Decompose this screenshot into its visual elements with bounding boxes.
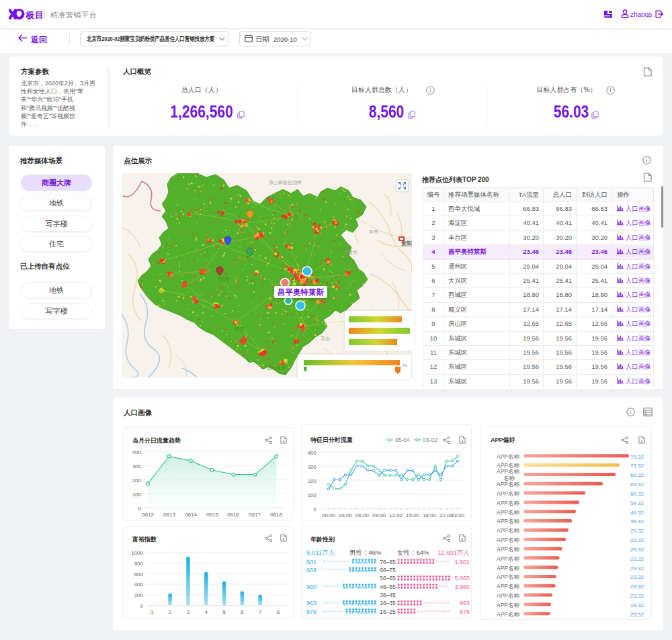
svg-text:六盘水: 六盘水 [343,250,358,255]
svg-text:876: 876 [306,608,317,615]
svg-text:1: 1 [151,609,154,615]
svg-text:APP名称: APP名称 [497,490,520,497]
svg-text:29.32: 29.32 [630,584,644,590]
svg-text:49.32: 49.32 [630,510,644,516]
svg-text:文山: 文山 [321,335,330,340]
svg-text:960: 960 [306,584,317,590]
svg-text:18:00: 18:00 [423,512,437,518]
svg-text:APP名称: APP名称 [497,574,520,580]
svg-text:男性：46%: 男性：46% [349,549,382,556]
svg-text:西双版纳: 西双版纳 [267,365,286,371]
svg-text:03:00: 03:00 [339,512,353,518]
svg-text:23.32: 23.32 [630,574,644,580]
svg-text:APP名称: APP名称 [497,546,520,553]
svg-text:300: 300 [132,463,142,469]
svg-text:1,601: 1,601 [454,559,470,565]
svg-text:23.32: 23.32 [630,537,644,543]
svg-text:16–25: 16–25 [380,608,396,615]
svg-text:APP名称: APP名称 [497,583,520,590]
svg-text:66–75: 66–75 [380,567,396,574]
svg-text:36–45: 36–45 [380,592,396,598]
svg-text:4: 4 [204,609,208,615]
svg-text:5,865: 5,865 [454,575,470,582]
svg-text:0614: 0614 [185,512,197,518]
svg-text:963: 963 [460,600,470,606]
svg-text:3,960: 3,960 [454,584,470,590]
svg-text:00:00: 00:00 [322,512,336,518]
svg-text:6,011万人: 6,011万人 [306,549,335,556]
svg-text:29.32: 29.32 [630,528,644,534]
svg-text:普洱: 普洱 [235,326,244,332]
svg-text:23.32: 23.32 [630,556,644,562]
svg-text:59.32: 59.32 [630,500,644,506]
svg-text:26–35: 26–35 [380,600,396,606]
svg-text:APP名称: APP名称 [497,592,520,599]
svg-text:0: 0 [314,506,317,512]
svg-text:11,601万人: 11,601万人 [438,549,470,556]
svg-text:46–55: 46–55 [380,584,396,590]
svg-text:100: 100 [308,492,317,498]
svg-text:APP名称: APP名称 [497,555,520,562]
svg-text:0617: 0617 [249,512,261,518]
svg-text:女性：54%: 女性：54% [397,549,429,556]
svg-text:0613: 0613 [163,512,175,518]
svg-text:贵阳: 贵阳 [401,240,412,246]
svg-text:200: 200 [308,478,317,484]
svg-text:APP名称: APP名称 [497,527,520,534]
svg-text:APP名称: APP名称 [497,481,520,488]
svg-text:29.32: 29.32 [630,602,644,608]
svg-text:29.32: 29.32 [630,565,644,572]
svg-text:0: 0 [140,603,144,609]
svg-text:400: 400 [134,582,144,588]
svg-text:800: 800 [134,561,144,567]
svg-text:876: 876 [460,608,470,615]
svg-text:APP名称: APP名称 [497,602,520,608]
svg-text:7: 7 [259,609,262,615]
svg-text:APP名称: APP名称 [497,611,520,618]
svg-text:79.32: 79.32 [630,454,644,460]
svg-text:15:00: 15:00 [406,512,420,518]
svg-text:8: 8 [277,609,280,615]
svg-text:2: 2 [169,609,172,615]
svg-text:APP名称: APP名称 [497,509,520,516]
svg-text:丽江: 丽江 [240,222,249,227]
svg-text:0618: 0618 [270,512,282,518]
svg-text:73.32: 73.32 [630,463,644,469]
svg-text:3: 3 [187,609,190,615]
svg-text:0615: 0615 [206,512,218,518]
svg-text:23:00: 23:00 [451,512,465,518]
svg-text:65.32: 65.32 [630,482,644,488]
svg-text:5: 5 [222,609,226,615]
svg-text:0612: 0612 [142,512,154,518]
svg-text:69.32: 69.32 [630,472,644,478]
svg-text:400: 400 [308,450,317,456]
svg-text:1000: 1000 [131,550,143,556]
svg-text:09:00: 09:00 [372,512,386,518]
svg-text:6: 6 [241,609,244,615]
svg-text:300: 300 [308,464,317,470]
svg-text:56–65: 56–65 [380,575,396,582]
svg-text:100: 100 [132,492,142,498]
svg-text:39.32: 39.32 [630,518,644,524]
svg-text:60.32: 60.32 [630,491,644,497]
svg-text:669: 669 [306,567,317,574]
svg-text:APP名称: APP名称 [497,453,520,460]
svg-text:200: 200 [134,592,144,598]
svg-text:12:00: 12:00 [389,512,403,518]
svg-text:APP名称: APP名称 [497,537,520,543]
svg-text:23.32: 23.32 [630,612,644,618]
svg-text:963: 963 [306,600,317,606]
svg-text:400: 400 [132,449,142,455]
svg-text:601: 601 [306,559,317,565]
svg-text:APP名称: APP名称 [497,565,520,572]
svg-text:200: 200 [132,477,142,484]
svg-text:0: 0 [138,506,142,512]
svg-text:76–85: 76–85 [380,559,396,565]
svg-text:0616: 0616 [227,512,239,518]
svg-text:23.32: 23.32 [630,593,644,599]
svg-text:29.32: 29.32 [630,547,644,553]
svg-text:凉山彝族自治州: 凉山彝族自治州 [269,180,302,185]
svg-text:06:00: 06:00 [355,512,370,518]
svg-text:名称: 名称 [503,475,515,482]
svg-text:600: 600 [134,572,144,578]
